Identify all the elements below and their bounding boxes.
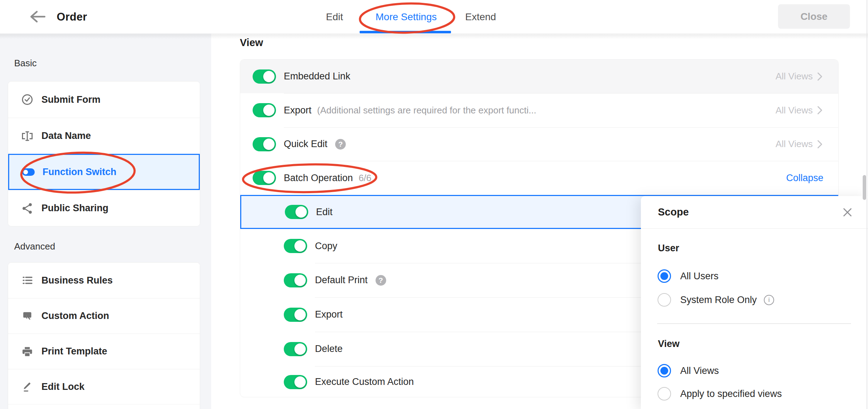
- check-circle-icon: [21, 93, 34, 106]
- scope-panel-header: Scope: [641, 196, 868, 229]
- row-label: Batch Operation: [284, 173, 353, 184]
- tab-edit[interactable]: Edit: [326, 0, 343, 34]
- option-label: System Role Only: [680, 295, 757, 306]
- sidebar-section-basic: Basic: [14, 58, 37, 69]
- radio-selected-icon[interactable]: [658, 364, 671, 377]
- sidebar-item-label: Public Sharing: [41, 203, 108, 214]
- views-scope-label[interactable]: All Views: [776, 139, 813, 150]
- sidebar-item-business-rules[interactable]: Business Rules: [8, 263, 200, 298]
- top-bar: Order Edit More Settings Extend Close: [0, 0, 868, 34]
- views-scope-label[interactable]: All Views: [776, 105, 813, 116]
- collapse-link[interactable]: Collapse: [786, 173, 823, 184]
- sidebar-item-function-switch[interactable]: Function Switch: [8, 154, 200, 190]
- cursor-action-icon: [21, 310, 34, 323]
- chevron-right-icon: [816, 105, 823, 115]
- scope-section-user: User: [658, 243, 679, 254]
- option-all-views[interactable]: All Views: [658, 364, 719, 377]
- sidebar-section-advanced: Advanced: [14, 241, 55, 252]
- quick-edit-toggle[interactable]: [253, 137, 276, 151]
- option-apply-specified-views[interactable]: Apply to specified views: [658, 387, 782, 400]
- option-label: All Users: [680, 271, 718, 282]
- row-label: Copy: [315, 241, 337, 252]
- sidebar-item-edit-lock[interactable]: Edit Lock: [8, 369, 200, 404]
- export-toggle[interactable]: [253, 103, 276, 117]
- sidebar-item-custom-action[interactable]: Custom Action: [8, 298, 200, 334]
- batch-export-toggle[interactable]: [284, 308, 307, 322]
- sidebar: Basic Submit Form Data Name Function Swi…: [0, 34, 211, 409]
- radio-unselected-icon[interactable]: [658, 387, 671, 400]
- row-label: Export: [315, 309, 343, 320]
- embedded-link-toggle[interactable]: [253, 69, 276, 84]
- pencil-icon: [21, 380, 34, 393]
- top-bar-shadow: [0, 34, 868, 39]
- row-quick-edit[interactable]: Quick Edit ? All Views: [240, 127, 838, 161]
- printer-icon: [21, 345, 34, 358]
- row-label: Embedded Link: [284, 71, 350, 82]
- radio-unselected-icon[interactable]: [658, 293, 671, 307]
- row-label: Default Print: [315, 275, 368, 286]
- scrollbar-thumb[interactable]: [862, 174, 867, 201]
- sidebar-basic-card: Submit Form Data Name Function Switch Pu…: [8, 81, 200, 226]
- scope-divider: [657, 323, 851, 324]
- share-icon: [21, 202, 34, 215]
- batch-default-print-toggle[interactable]: [284, 273, 307, 287]
- row-embedded-link[interactable]: Embedded Link All Views: [240, 60, 838, 93]
- sidebar-item-data-name[interactable]: Data Name: [8, 118, 200, 154]
- row-batch-operation[interactable]: Batch Operation 6/6 Collapse: [240, 161, 838, 195]
- enabled-count: 6/6: [359, 173, 371, 184]
- scope-section-view: View: [658, 338, 680, 349]
- option-all-users[interactable]: All Users: [658, 269, 718, 283]
- row-note: (Additional settings are required for th…: [317, 105, 536, 116]
- sidebar-item-label: Function Switch: [43, 167, 117, 178]
- sidebar-item-submit-form[interactable]: Submit Form: [8, 82, 200, 118]
- row-label: Quick Edit: [284, 139, 327, 150]
- views-scope-label[interactable]: All Views: [776, 71, 813, 82]
- sidebar-item-partial: [8, 404, 200, 409]
- info-icon[interactable]: i: [764, 295, 774, 305]
- option-label: All Views: [680, 365, 719, 376]
- batch-delete-toggle[interactable]: [284, 342, 307, 356]
- help-icon[interactable]: ?: [335, 139, 346, 150]
- option-label: Apply to specified views: [680, 388, 782, 399]
- sidebar-item-label: Print Template: [41, 346, 107, 357]
- scope-panel: Scope User All Users System Role Only i …: [641, 196, 868, 409]
- row-label: Execute Custom Action: [315, 376, 414, 387]
- scope-title: Scope: [658, 206, 689, 218]
- batch-execute-custom-action-toggle[interactable]: [284, 375, 307, 389]
- option-system-role-only[interactable]: System Role Only i: [658, 293, 774, 307]
- close-icon[interactable]: [840, 205, 855, 219]
- batch-operation-toggle[interactable]: [253, 171, 276, 185]
- list-icon: [21, 274, 34, 287]
- batch-copy-toggle[interactable]: [284, 239, 307, 253]
- row-label: Edit: [316, 207, 333, 218]
- arrow-left-icon: [28, 10, 47, 24]
- rename-field-icon: [21, 130, 34, 142]
- row-export[interactable]: Export (Additional settings are required…: [240, 93, 838, 127]
- page-title: Order: [57, 0, 87, 34]
- toggle-icon: [22, 166, 35, 178]
- sidebar-item-print-template[interactable]: Print Template: [8, 334, 200, 369]
- scrollbar-track-line: [867, 0, 867, 409]
- sidebar-item-label: Business Rules: [41, 275, 113, 286]
- help-icon[interactable]: ?: [376, 275, 386, 286]
- chevron-right-icon: [816, 139, 823, 149]
- row-label: Export: [284, 105, 311, 116]
- chevron-right-icon: [816, 72, 823, 82]
- batch-edit-toggle[interactable]: [285, 205, 308, 219]
- sidebar-item-label: Submit Form: [41, 94, 101, 105]
- close-button[interactable]: Close: [778, 4, 850, 29]
- row-label: Delete: [315, 343, 343, 354]
- sidebar-item-public-sharing[interactable]: Public Sharing: [8, 190, 200, 226]
- tab-more-settings[interactable]: More Settings: [376, 0, 437, 34]
- active-tab-underline: [360, 31, 451, 33]
- back-button[interactable]: [28, 8, 47, 26]
- sidebar-item-label: Edit Lock: [41, 381, 85, 392]
- sidebar-advanced-card: Business Rules Custom Action Print Templ…: [8, 262, 200, 409]
- sidebar-item-label: Data Name: [41, 130, 91, 141]
- tab-extend[interactable]: Extend: [465, 0, 496, 34]
- sidebar-item-label: Custom Action: [41, 310, 109, 321]
- radio-selected-icon[interactable]: [658, 269, 671, 283]
